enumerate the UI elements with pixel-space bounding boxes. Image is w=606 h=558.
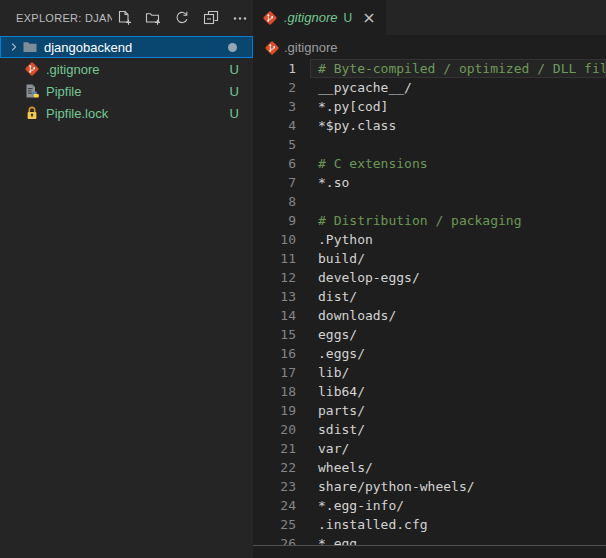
editor-bottom-fill xyxy=(253,546,606,558)
git-file-icon xyxy=(262,10,278,26)
sidebar-item-djangobackend[interactable]: djangobackend xyxy=(0,36,253,58)
code-line[interactable]: 10.Python xyxy=(253,230,606,249)
breadcrumb-item-gitignore[interactable]: .gitignore xyxy=(284,40,337,55)
line-number: 6 xyxy=(253,154,296,173)
sidebar-item--gitignore[interactable]: .gitignoreU xyxy=(0,58,253,80)
sidebar-item-pipfile[interactable]: PipfileU xyxy=(0,80,253,102)
code-line[interactable]: 15eggs/ xyxy=(253,325,606,344)
code-line[interactable]: 23share/python-wheels/ xyxy=(253,477,606,496)
line-number: 25 xyxy=(253,515,296,534)
line-number: 19 xyxy=(253,401,296,420)
code-line[interactable]: 24*.egg-info/ xyxy=(253,496,606,515)
git-file-icon xyxy=(264,40,279,55)
line-number: 14 xyxy=(253,306,296,325)
new-file-icon[interactable] xyxy=(114,8,134,28)
code-line[interactable]: 16.eggs/ xyxy=(253,344,606,363)
line-text: develop-eggs/ xyxy=(296,268,420,287)
line-text: .installed.cfg xyxy=(296,515,428,534)
code-line[interactable]: 22wheels/ xyxy=(253,458,606,477)
collapse-folders-icon[interactable] xyxy=(201,8,221,28)
line-text: # C extensions xyxy=(296,154,428,173)
line-number: 16 xyxy=(253,344,296,363)
code-line[interactable]: 4*$py.class xyxy=(253,116,606,135)
code-line[interactable]: 6# C extensions xyxy=(253,154,606,173)
tab-bar: .gitignore U × xyxy=(253,0,606,35)
line-text: *$py.class xyxy=(296,116,396,135)
code-line[interactable]: 8 xyxy=(253,192,606,211)
code-line[interactable]: 19parts/ xyxy=(253,401,606,420)
git-untracked-badge: U xyxy=(230,106,239,121)
chevron-right-icon[interactable] xyxy=(6,41,22,53)
code-line[interactable]: 25.installed.cfg xyxy=(253,515,606,534)
code-line[interactable]: 2__pycache__/ xyxy=(253,78,606,97)
line-number: 21 xyxy=(253,439,296,458)
line-number: 24 xyxy=(253,496,296,515)
close-icon[interactable]: × xyxy=(360,10,377,26)
line-text: lib/ xyxy=(296,363,349,382)
line-number: 2 xyxy=(253,78,296,97)
line-text: *.py[cod] xyxy=(296,97,388,116)
line-number: 17 xyxy=(253,363,296,382)
line-text: __pycache__/ xyxy=(296,78,412,97)
line-number: 12 xyxy=(253,268,296,287)
explorer-actions xyxy=(114,8,250,28)
git-file-icon xyxy=(24,61,40,77)
tab-untracked-badge: U xyxy=(343,11,352,25)
more-actions-icon[interactable] xyxy=(230,8,250,28)
line-text: build/ xyxy=(296,249,365,268)
line-number: 22 xyxy=(253,458,296,477)
line-number: 20 xyxy=(253,420,296,439)
tab-label: .gitignore xyxy=(284,10,337,25)
line-number: 15 xyxy=(253,325,296,344)
line-text xyxy=(296,192,318,211)
line-text: *.egg-info/ xyxy=(296,496,404,515)
line-number: 8 xyxy=(253,192,296,211)
pipfile-icon xyxy=(24,83,40,99)
code-line[interactable]: 1# Byte-compiled / optimized / DLL files xyxy=(253,59,606,78)
code-editor[interactable]: 1# Byte-compiled / optimized / DLL files… xyxy=(253,59,606,558)
code-line[interactable]: 18lib64/ xyxy=(253,382,606,401)
code-line[interactable]: 7*.so xyxy=(253,173,606,192)
line-number: 9 xyxy=(253,211,296,230)
code-line[interactable]: 12develop-eggs/ xyxy=(253,268,606,287)
line-number: 1 xyxy=(253,59,296,78)
code-line[interactable]: 13dist/ xyxy=(253,287,606,306)
git-untracked-badge: U xyxy=(230,62,239,77)
code-line[interactable]: 20sdist/ xyxy=(253,420,606,439)
line-number: 10 xyxy=(253,230,296,249)
line-text: eggs/ xyxy=(296,325,357,344)
code-line[interactable]: 5 xyxy=(253,135,606,154)
vscode-window: EXPLORER: DJAN... djangobackend .gitigno… xyxy=(0,0,606,558)
line-number: 13 xyxy=(253,287,296,306)
line-number: 3 xyxy=(253,97,296,116)
line-number: 5 xyxy=(253,135,296,154)
line-number: 18 xyxy=(253,382,296,401)
code-line[interactable]: 14downloads/ xyxy=(253,306,606,325)
editor-group: .gitignore U × .gitignore 1# Byte-compil… xyxy=(253,0,606,558)
line-text: .Python xyxy=(296,230,373,249)
explorer-header: EXPLORER: DJAN... xyxy=(0,0,253,36)
folder-icon xyxy=(22,39,38,55)
new-folder-icon[interactable] xyxy=(143,8,163,28)
code-line[interactable]: 17lib/ xyxy=(253,363,606,382)
git-modified-dot-badge xyxy=(228,43,237,52)
code-line[interactable]: 11build/ xyxy=(253,249,606,268)
breadcrumb: .gitignore xyxy=(253,35,606,59)
code-line[interactable]: 3*.py[cod] xyxy=(253,97,606,116)
sidebar-item-pipfile-lock[interactable]: Pipfile.lockU xyxy=(0,102,253,124)
git-untracked-badge: U xyxy=(230,84,239,99)
refresh-explorer-icon[interactable] xyxy=(172,8,192,28)
code-line[interactable]: 21var/ xyxy=(253,439,606,458)
line-text: wheels/ xyxy=(296,458,373,477)
file-label: Pipfile xyxy=(46,84,230,99)
line-text: # Distribution / packaging xyxy=(296,211,522,230)
lock-file-icon xyxy=(24,105,40,121)
line-number: 23 xyxy=(253,477,296,496)
folder-label: djangobackend xyxy=(44,40,228,55)
line-number: 11 xyxy=(253,249,296,268)
line-text: share/python-wheels/ xyxy=(296,477,475,496)
line-text: .eggs/ xyxy=(296,344,365,363)
tab-gitignore[interactable]: .gitignore U × xyxy=(253,0,386,35)
line-text: var/ xyxy=(296,439,349,458)
code-line[interactable]: 9# Distribution / packaging xyxy=(253,211,606,230)
